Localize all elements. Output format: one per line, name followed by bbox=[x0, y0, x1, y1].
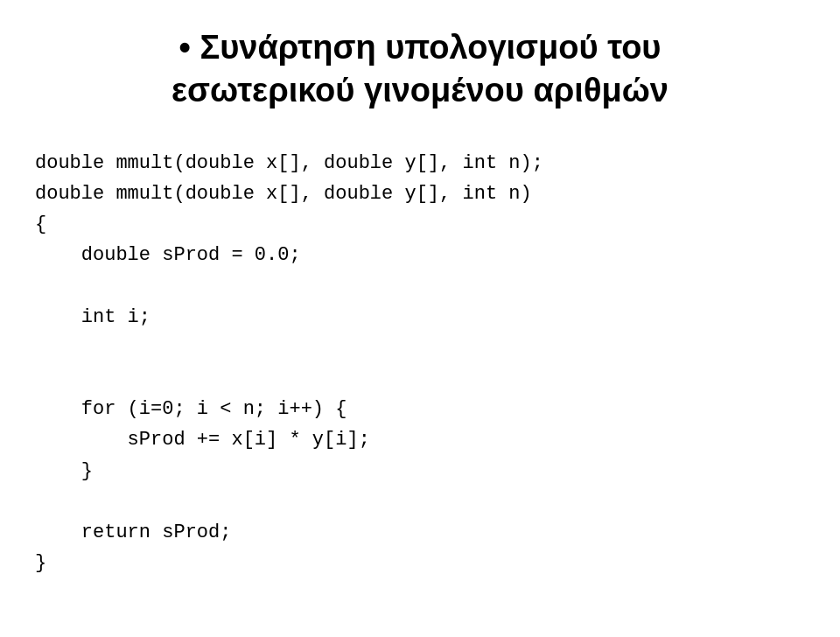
code-blank3 bbox=[35, 363, 805, 394]
code-return-stmt: return sProd; bbox=[35, 517, 805, 548]
page-container: • Συνάρτηση υπολογισμού του εσωτερικού γ… bbox=[0, 0, 840, 637]
title-line-2: εσωτερικού γινομένου αριθμών bbox=[35, 69, 805, 112]
code-section: double mmult(double x[], double y[], int… bbox=[35, 148, 805, 579]
code-sprod-decl: double sProd = 0.0; bbox=[35, 240, 805, 270]
code-close-for: } bbox=[35, 456, 805, 486]
code-close-brace: } bbox=[35, 548, 805, 578]
code-blank4 bbox=[35, 486, 805, 517]
code-signature-declaration: double mmult(double x[], double y[], int… bbox=[35, 148, 805, 178]
code-blank1 bbox=[35, 271, 805, 302]
code-int-i: int i; bbox=[35, 302, 805, 332]
code-signature-definition: double mmult(double x[], double y[], int… bbox=[35, 178, 805, 209]
code-open-brace: { bbox=[35, 209, 805, 240]
code-sprod-update: sProd += x[i] * y[i]; bbox=[35, 424, 805, 455]
title-section: • Συνάρτηση υπολογισμού του εσωτερικού γ… bbox=[35, 26, 805, 113]
code-blank2 bbox=[35, 332, 805, 363]
code-for-loop: for (i=0; i < n; i++) { bbox=[35, 394, 805, 424]
title-line-1: • Συνάρτηση υπολογισμού του bbox=[35, 26, 805, 69]
